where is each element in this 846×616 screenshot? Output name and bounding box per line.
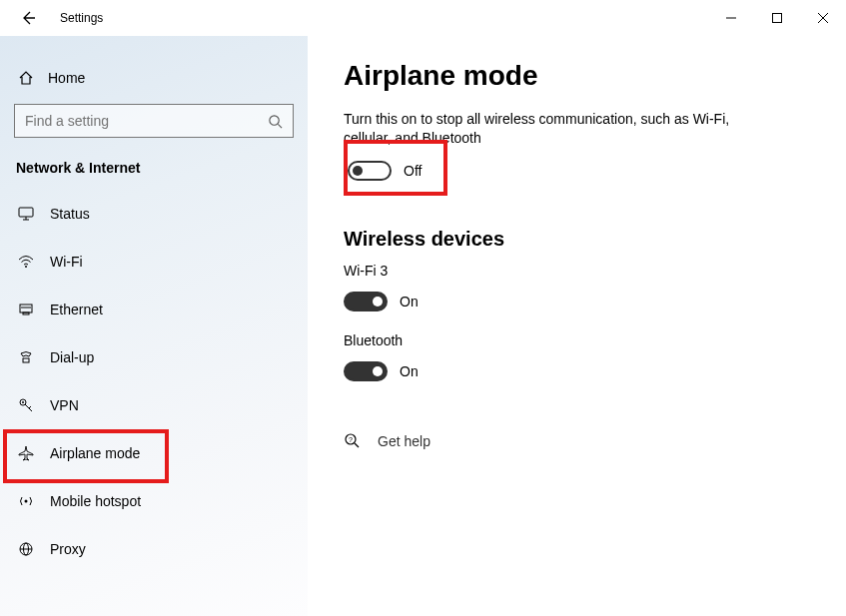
search-icon xyxy=(268,114,283,129)
back-button[interactable] xyxy=(14,4,42,32)
window-controls xyxy=(708,0,846,36)
home-button[interactable]: Home xyxy=(0,60,308,96)
bluetooth-toggle[interactable] xyxy=(344,361,388,381)
wifi-icon xyxy=(16,254,36,270)
sidebar-item-wifi[interactable]: Wi-Fi xyxy=(0,238,308,286)
svg-rect-6 xyxy=(19,208,33,217)
sidebar-item-label: Wi-Fi xyxy=(50,254,83,270)
svg-line-5 xyxy=(278,124,282,128)
sidebar-item-label: Status xyxy=(50,206,90,222)
sidebar-item-label: Ethernet xyxy=(50,302,103,317)
svg-line-19 xyxy=(25,404,32,411)
maximize-icon xyxy=(772,13,782,23)
sidebar: Home Network & Internet Status Wi-Fi xyxy=(0,36,308,616)
svg-point-9 xyxy=(25,266,27,268)
search-input[interactable] xyxy=(25,113,268,129)
monitor-icon xyxy=(16,206,36,222)
device-name: Bluetooth xyxy=(344,332,810,348)
home-label: Home xyxy=(48,70,85,86)
sidebar-item-label: VPN xyxy=(50,397,79,413)
ethernet-icon xyxy=(16,302,36,317)
airplane-icon xyxy=(16,445,36,461)
window-title: Settings xyxy=(60,11,103,25)
svg-point-21 xyxy=(22,401,24,403)
sidebar-category: Network & Internet xyxy=(0,154,308,190)
wifi-toggle[interactable] xyxy=(344,292,388,311)
svg-rect-11 xyxy=(23,312,29,314)
hotspot-icon xyxy=(16,493,36,509)
home-icon xyxy=(16,70,36,86)
sidebar-item-vpn[interactable]: VPN xyxy=(0,381,308,429)
airplane-toggle[interactable] xyxy=(348,161,392,181)
content-pane: Airplane mode Turn this on to stop all w… xyxy=(308,36,846,616)
close-button[interactable] xyxy=(800,0,846,36)
minimize-button[interactable] xyxy=(708,0,754,36)
sidebar-item-label: Airplane mode xyxy=(50,445,140,461)
svg-rect-17 xyxy=(23,358,29,362)
help-label: Get help xyxy=(378,433,430,449)
wireless-heading: Wireless devices xyxy=(344,228,810,251)
close-icon xyxy=(818,13,828,23)
bluetooth-toggle-label: On xyxy=(400,363,419,379)
arrow-left-icon xyxy=(20,10,36,26)
airplane-toggle-row: Off xyxy=(348,154,422,188)
titlebar: Settings xyxy=(0,0,846,36)
sidebar-item-label: Mobile hotspot xyxy=(50,493,141,509)
page-description: Turn this on to stop all wireless commun… xyxy=(344,110,773,148)
sidebar-item-proxy[interactable]: Proxy xyxy=(0,525,308,573)
svg-line-20 xyxy=(29,406,31,408)
page-heading: Airplane mode xyxy=(344,60,810,92)
wifi-toggle-label: On xyxy=(400,294,419,309)
sidebar-item-airplane[interactable]: Airplane mode xyxy=(0,429,308,477)
sidebar-item-ethernet[interactable]: Ethernet xyxy=(0,286,308,333)
sidebar-item-dialup[interactable]: Dial-up xyxy=(0,333,308,381)
maximize-button[interactable] xyxy=(754,0,800,36)
key-icon xyxy=(16,397,36,413)
svg-point-4 xyxy=(270,115,279,124)
svg-point-22 xyxy=(25,500,28,503)
sidebar-item-label: Proxy xyxy=(50,541,86,557)
minimize-icon xyxy=(726,13,736,23)
help-icon: ? xyxy=(344,432,364,450)
device-wifi: Wi-Fi 3 On xyxy=(344,263,810,318)
sidebar-item-hotspot[interactable]: Mobile hotspot xyxy=(0,477,308,525)
search-box[interactable] xyxy=(14,104,294,138)
svg-rect-1 xyxy=(773,14,782,23)
airplane-toggle-label: Off xyxy=(404,163,422,179)
get-help-link[interactable]: ? Get help xyxy=(344,432,810,450)
svg-text:?: ? xyxy=(349,436,353,443)
globe-icon xyxy=(16,541,36,557)
sidebar-item-status[interactable]: Status xyxy=(0,190,308,238)
sidebar-item-label: Dial-up xyxy=(50,349,94,365)
device-bluetooth: Bluetooth On xyxy=(344,332,810,388)
device-name: Wi-Fi 3 xyxy=(344,263,810,279)
sidebar-nav: Status Wi-Fi Ethernet Dial-up VPN Airpla… xyxy=(0,190,308,573)
dialup-icon xyxy=(16,349,36,365)
